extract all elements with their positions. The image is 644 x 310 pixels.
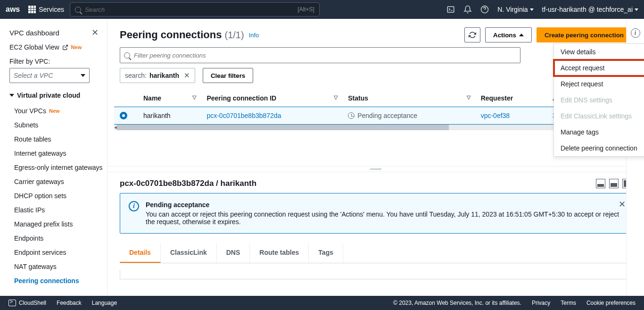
- help-icon[interactable]: [480, 5, 489, 14]
- search-icon: [124, 52, 130, 59]
- caret-down-icon: [530, 8, 534, 11]
- page-count: (1/1): [225, 30, 244, 40]
- actions-dropdown: View details Accept request Reject reque…: [553, 43, 644, 157]
- nav-route-tables[interactable]: Route tables: [9, 132, 103, 146]
- aws-logo[interactable]: aws: [6, 5, 20, 14]
- action-accept-request[interactable]: Accept request: [554, 60, 644, 76]
- cloudshell-top-icon[interactable]: [446, 5, 455, 14]
- tab-details[interactable]: Details: [120, 243, 161, 263]
- tab-dns[interactable]: DNS: [217, 243, 250, 263]
- top-nav: aws Services [Alt+S] N. Virginia tf-usr-…: [0, 0, 644, 19]
- nav-nat-gateways[interactable]: NAT gateways: [9, 260, 103, 274]
- footer-privacy[interactable]: Privacy: [532, 300, 550, 306]
- filter-vpc-label: Filter by VPC:: [9, 58, 103, 65]
- search-icon: [75, 7, 81, 13]
- info-alert: i Pending acceptance You can accept or r…: [120, 193, 632, 234]
- nav-endpoint-services[interactable]: Endpoint services: [9, 245, 103, 260]
- info-close-icon[interactable]: ✕: [619, 199, 626, 209]
- tab-route-tables[interactable]: Route tables: [250, 243, 309, 263]
- services-button[interactable]: Services: [28, 6, 64, 13]
- footer-language[interactable]: Language: [92, 300, 117, 306]
- nav-peering-connections[interactable]: Peering connections: [9, 274, 103, 288]
- footer-terms[interactable]: Terms: [561, 300, 576, 306]
- account-label: tf-usr-harikanth @ techforce_ai: [542, 6, 633, 13]
- filter-input-wrap[interactable]: [120, 47, 520, 63]
- tab-tags[interactable]: Tags: [309, 243, 343, 263]
- chip-remove-icon[interactable]: ✕: [184, 71, 190, 80]
- nav-endpoints[interactable]: Endpoints: [9, 231, 103, 245]
- footer-copyright: © 2023, Amazon Web Services, Inc. or its…: [393, 300, 521, 306]
- nav-egress-gateways[interactable]: Egress-only internet gateways: [9, 160, 103, 175]
- ec2-global-view-link[interactable]: EC2 Global View New: [9, 43, 103, 51]
- info-title: Pending acceptance: [146, 201, 623, 209]
- detail-panel: pcx-0c0701be8b3b872da / harikanth i Pend…: [107, 172, 644, 296]
- action-edit-classiclink: Edit ClassicLink settings: [554, 108, 644, 124]
- action-reject-request[interactable]: Reject request: [554, 76, 644, 92]
- nav-section-vpc[interactable]: Virtual private cloud: [9, 92, 103, 99]
- sidebar-close-icon[interactable]: ✕: [91, 27, 99, 38]
- content: Peering connections (1/1) Info Actions C…: [107, 19, 644, 296]
- nav-internet-gateways[interactable]: Internet gateways: [9, 146, 103, 160]
- action-edit-dns: Edit DNS settings: [554, 92, 644, 108]
- footer-feedback[interactable]: Feedback: [57, 300, 82, 306]
- chevron-up-icon: [519, 34, 524, 36]
- cell-name: harikanth: [138, 107, 201, 125]
- pending-icon: [348, 112, 355, 119]
- detail-title: pcx-0c0701be8b3b872da / harikanth: [120, 179, 256, 188]
- refresh-icon: [469, 31, 476, 39]
- filter-chip: search: harikanth ✕: [120, 68, 195, 83]
- action-delete-peering[interactable]: Delete peering connection: [554, 140, 644, 156]
- action-manage-tags[interactable]: Manage tags: [554, 124, 644, 140]
- filter-input[interactable]: [134, 52, 516, 59]
- new-badge: New: [71, 44, 82, 50]
- page-title: Peering connections (1/1): [120, 29, 244, 41]
- row-radio[interactable]: [120, 112, 127, 119]
- search-input[interactable]: [85, 6, 297, 13]
- nav-dhcp-option-sets[interactable]: DHCP option sets: [9, 189, 103, 203]
- nav-your-vpcs[interactable]: Your VPCsNew: [9, 104, 103, 118]
- detail-tabs: Details ClassicLink DNS Route tables Tag…: [120, 243, 632, 263]
- nav-managed-prefix-lists[interactable]: Managed prefix lists: [9, 217, 103, 231]
- clear-filters-button[interactable]: Clear filters: [203, 68, 253, 83]
- svg-rect-0: [448, 7, 454, 12]
- external-link-icon: [62, 44, 68, 50]
- info-link[interactable]: Info: [249, 32, 259, 39]
- services-grid-icon: [28, 6, 36, 13]
- cell-requester-link[interactable]: vpc-0ef38: [481, 112, 510, 119]
- account-selector[interactable]: tf-usr-harikanth @ techforce_ai: [542, 6, 638, 13]
- chevron-down-icon: [81, 74, 85, 77]
- refresh-button[interactable]: [464, 27, 480, 42]
- nav-elastic-ips[interactable]: Elastic IPs: [9, 203, 103, 217]
- search-hint: [Alt+S]: [297, 6, 314, 13]
- tab-classiclink[interactable]: ClassicLink: [161, 243, 217, 263]
- caret-down-icon: [635, 8, 638, 11]
- sidebar-title[interactable]: VPC dashboard: [9, 29, 59, 37]
- info-body: You can accept or reject this peering co…: [146, 210, 623, 226]
- col-pcx-id[interactable]: Peering connection ID▽: [201, 90, 342, 107]
- sidebar: VPC dashboard ✕ EC2 Global View New Filt…: [0, 19, 107, 296]
- col-status[interactable]: Status▽: [342, 90, 475, 107]
- vpc-select[interactable]: Select a VPC: [9, 68, 90, 83]
- cloudshell-icon: [8, 300, 16, 306]
- col-requester[interactable]: Requester: [475, 90, 547, 107]
- info-icon: i: [129, 201, 139, 211]
- info-panel-toggle-icon[interactable]: i: [631, 28, 640, 38]
- global-search[interactable]: [Alt+S]: [70, 2, 320, 17]
- footer: CloudShell Feedback Language © 2023, Ama…: [0, 296, 644, 310]
- panel-layout-split-icon[interactable]: [609, 179, 619, 188]
- create-peering-button[interactable]: Create peering connection: [537, 27, 632, 42]
- footer-cloudshell[interactable]: CloudShell: [8, 300, 46, 306]
- chevron-down-icon: [9, 94, 14, 97]
- panel-splitter[interactable]: [107, 166, 644, 172]
- nav-subnets[interactable]: Subnets: [9, 118, 103, 132]
- region-selector[interactable]: N. Virginia: [497, 6, 533, 13]
- region-label: N. Virginia: [497, 6, 528, 13]
- footer-cookies[interactable]: Cookie preferences: [586, 300, 636, 306]
- cell-pcx-link[interactable]: pcx-0c0701be8b3b872da: [206, 112, 281, 119]
- notifications-icon[interactable]: [463, 5, 472, 14]
- actions-button[interactable]: Actions: [485, 27, 532, 42]
- action-view-details[interactable]: View details: [554, 44, 644, 60]
- col-name[interactable]: Name▽: [138, 90, 201, 107]
- panel-layout-bottom-icon[interactable]: [596, 179, 605, 188]
- nav-carrier-gateways[interactable]: Carrier gateways: [9, 175, 103, 189]
